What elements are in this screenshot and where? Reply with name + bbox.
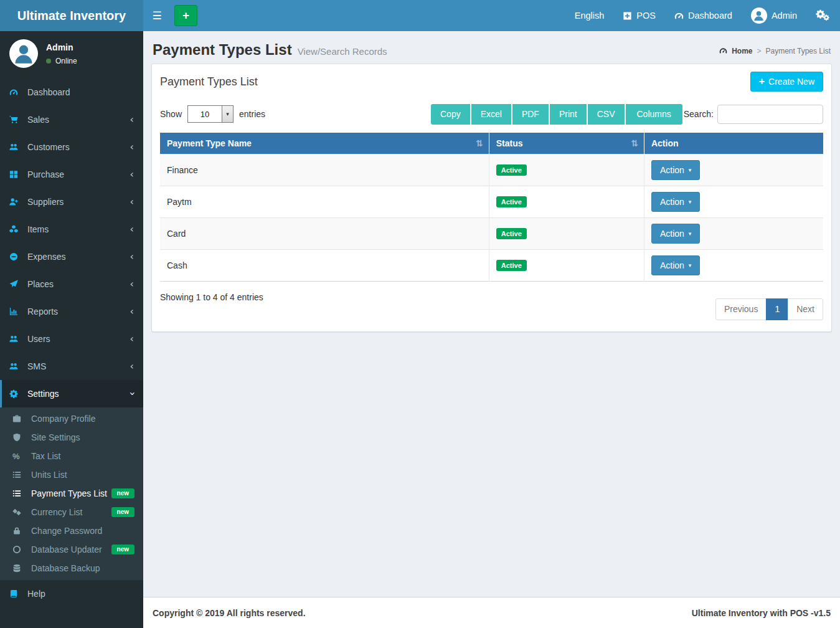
csv-button[interactable]: CSV (587, 104, 625, 125)
column-header-payment-type-name[interactable]: Payment Type Name ⇅ (160, 133, 489, 155)
sidebar-item-sms[interactable]: SMS ‹ (0, 353, 143, 380)
next-page-button[interactable]: Next (788, 298, 823, 320)
dashboard-icon (674, 11, 684, 21)
tachometer-icon (9, 88, 24, 97)
user-menu[interactable]: Admin (742, 0, 806, 31)
search-label: Search: (684, 109, 714, 119)
action-dropdown-button[interactable]: Action▾ (651, 255, 700, 275)
sidebar-item-expenses[interactable]: Expenses ‹ (0, 243, 143, 270)
payment-type-name-cell: Finance (160, 154, 489, 186)
sidebar-item-settings[interactable]: Settings ‹ (0, 380, 143, 407)
table-footer: Showing 1 to 4 of 4 entries Previous 1 N… (160, 290, 823, 320)
action-dropdown-button[interactable]: Action▾ (651, 192, 700, 212)
column-header-status[interactable]: Status ⇅ (489, 133, 644, 155)
sidebar-item-customers[interactable]: Customers ‹ (0, 133, 143, 161)
chevron-left-icon: ‹ (130, 252, 134, 262)
submenu-item-units-list[interactable]: Units List (0, 465, 143, 484)
settings-menu[interactable] (806, 0, 840, 31)
sidebar-item-purchase[interactable]: Purchase ‹ (0, 161, 143, 188)
gears-icon (816, 9, 831, 22)
submenu-item-tax-list[interactable]: % Tax List (0, 447, 143, 465)
sidebar-menu: Dashboard Sales ‹ Customers ‹ Purchase ‹… (0, 78, 143, 607)
show-label: Show (160, 109, 182, 119)
settings-submenu: Company Profile Site Settings % Tax List… (0, 407, 143, 580)
table-row: Paytm Active Action▾ (160, 186, 823, 217)
caret-down-icon: ▾ (689, 262, 692, 269)
grid-icon (9, 170, 24, 179)
cart-icon (9, 115, 24, 124)
payment-type-name-cell: Cash (160, 249, 489, 281)
submenu-item-database-updater[interactable]: Database Updater new (0, 540, 143, 559)
submenu-item-database-backup[interactable]: Database Backup (0, 559, 143, 578)
print-button[interactable]: Print (549, 104, 587, 125)
entries-summary: Showing 1 to 4 of 4 entries (160, 292, 263, 302)
page-1-button[interactable]: 1 (766, 298, 788, 320)
breadcrumb-current: Payment Types List (766, 47, 831, 55)
status-badge: Active (496, 196, 527, 207)
home-icon (719, 47, 727, 55)
online-status-dot (46, 59, 51, 64)
search-input[interactable] (717, 105, 823, 124)
action-dropdown-button[interactable]: Action▾ (651, 224, 700, 244)
excel-button[interactable]: Excel (470, 104, 511, 125)
columns-button[interactable]: Columns (625, 104, 682, 125)
new-badge: new (111, 507, 134, 517)
version-text: Ultimate Inventory with POS -v1.5 (692, 608, 831, 618)
plus-icon: + (759, 77, 765, 87)
pos-link[interactable]: POS (613, 0, 665, 31)
pdf-button[interactable]: PDF (511, 104, 549, 125)
page-subtitle: View/Search Records (298, 46, 387, 57)
submenu-item-company-profile[interactable]: Company Profile (0, 409, 143, 428)
sidebar-user-name: Admin (46, 42, 77, 52)
new-badge: new (111, 488, 134, 498)
new-badge: new (111, 545, 134, 554)
hamburger-icon: ☰ (152, 9, 161, 22)
payment-type-name-cell: Card (160, 217, 489, 249)
main-header: Ultimate Inventory ☰ + English POS Dashb… (0, 0, 840, 31)
briefcase-icon (12, 414, 27, 423)
dashboard-link[interactable]: Dashboard (665, 0, 742, 31)
bar-chart-icon (9, 307, 24, 316)
sidebar-item-places[interactable]: Places ‹ (0, 270, 143, 298)
sidebar-toggle-button[interactable]: ☰ (143, 0, 171, 31)
users-icon (9, 362, 24, 371)
database-icon (12, 564, 27, 573)
circle-icon (12, 545, 27, 554)
lock-icon (12, 526, 27, 535)
chevron-left-icon: ‹ (130, 197, 134, 207)
sidebar-item-dashboard[interactable]: Dashboard (0, 78, 143, 106)
user-name-label: Admin (772, 11, 797, 21)
percent-icon: % (12, 452, 27, 461)
submenu-item-site-settings[interactable]: Site Settings (0, 428, 143, 447)
sidebar: Admin Online Dashboard Sales ‹ Customers… (0, 31, 143, 628)
chevron-left-icon: ‹ (130, 169, 134, 179)
export-button-group: Copy Excel PDF Print CSV Columns (431, 104, 682, 125)
chevron-left-icon: ‹ (130, 307, 134, 316)
entries-select[interactable]: 10 ▾ (187, 105, 234, 123)
action-dropdown-button[interactable]: Action▾ (651, 160, 700, 180)
copy-button[interactable]: Copy (431, 104, 470, 125)
table-row: Cash Active Action▾ (160, 249, 823, 281)
sidebar-item-sales[interactable]: Sales ‹ (0, 106, 143, 133)
submenu-item-currency-list[interactable]: Currency List new (0, 503, 143, 521)
sidebar-item-suppliers[interactable]: Suppliers ‹ (0, 188, 143, 216)
submenu-item-change-password[interactable]: Change Password (0, 521, 143, 540)
user-plus-icon (9, 197, 24, 206)
breadcrumb: Home > Payment Types List (719, 47, 831, 55)
chevron-left-icon: ‹ (130, 334, 134, 344)
breadcrumb-home-link[interactable]: Home (732, 47, 752, 55)
sidebar-item-help[interactable]: Help (0, 580, 143, 607)
sidebar-item-reports[interactable]: Reports ‹ (0, 298, 143, 325)
sidebar-item-items[interactable]: Items ‹ (0, 216, 143, 243)
language-label: English (575, 11, 605, 21)
previous-page-button[interactable]: Previous (715, 298, 767, 320)
sidebar-item-users[interactable]: Users ‹ (0, 325, 143, 353)
language-menu[interactable]: English (565, 0, 614, 31)
content-header: Payment Types List View/Search Records H… (143, 31, 840, 64)
create-new-button[interactable]: + Create New (750, 72, 823, 92)
paper-plane-icon (9, 280, 24, 288)
brand-logo[interactable]: Ultimate Inventory (0, 0, 143, 31)
shield-icon (12, 433, 27, 442)
quick-add-button[interactable]: + (174, 5, 197, 26)
submenu-item-payment-types-list[interactable]: Payment Types List new (0, 484, 143, 503)
